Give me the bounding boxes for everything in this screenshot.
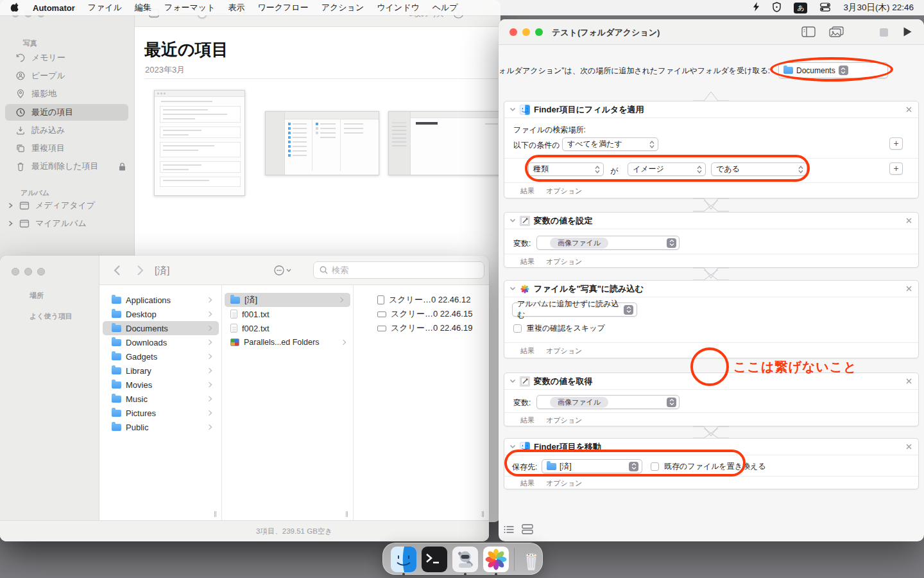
menu-item-file[interactable]: ファイル	[81, 2, 128, 13]
close-button[interactable]	[509, 28, 517, 36]
list-item[interactable]: Desktop	[103, 307, 219, 321]
menu-item-window[interactable]: ウインドウ	[370, 2, 426, 13]
column-resize-handle[interactable]	[346, 511, 348, 517]
list-item[interactable]: Music	[103, 392, 219, 406]
list-item[interactable]: スクリー…0 22.46.15	[368, 307, 489, 321]
run-icon[interactable]	[903, 26, 912, 37]
results-button[interactable]: 結果	[520, 346, 535, 356]
list-item[interactable]: スクリー…0 22.46.19	[368, 321, 489, 335]
clock-icon	[15, 107, 26, 118]
list-item[interactable]: Downloads	[103, 335, 219, 349]
minimize-button[interactable]	[522, 28, 530, 36]
list-item[interactable]: Public	[103, 420, 219, 434]
control-center-icon[interactable]	[814, 2, 837, 14]
list-item[interactable]: Parallels...ed Folders	[225, 335, 350, 349]
menu-item-view[interactable]: 表示	[221, 2, 251, 13]
list-item[interactable]: スクリー…0 22.46.12	[368, 293, 489, 307]
zoom-button[interactable]	[37, 268, 45, 276]
photo-thumbnail[interactable]	[265, 111, 379, 175]
menu-item-workflow[interactable]: ワークフロー	[251, 2, 314, 13]
column-resize-handle[interactable]	[214, 511, 216, 517]
more-options-button[interactable]	[274, 265, 293, 276]
action-block-import-to-photos[interactable]: ファイルを"写真"に読み込む アルバムに追加せずに読み込む 重複の確認をスキップ…	[504, 280, 919, 358]
automator-icon[interactable]	[452, 547, 478, 572]
input-source-badge[interactable]: あ	[787, 3, 814, 13]
results-button[interactable]: 結果	[520, 257, 535, 267]
variable-dropdown[interactable]: 画像ファイル	[536, 395, 680, 409]
variables-view-icon[interactable]	[522, 524, 533, 534]
list-item[interactable]: Applications	[103, 293, 219, 307]
results-button[interactable]: 結果	[520, 416, 535, 425]
list-item-selected[interactable]: Documents	[103, 321, 219, 335]
sidebar-item-places[interactable]: 撮影地	[5, 85, 128, 102]
list-item[interactable]: Movies	[103, 378, 219, 392]
sidebar-item-memories[interactable]: メモリー	[5, 49, 128, 66]
sidebar-toggle-icon[interactable]	[801, 26, 816, 37]
close-icon[interactable]	[906, 286, 912, 292]
list-item-selected[interactable]: [済]	[225, 293, 350, 307]
log-list-icon[interactable]	[504, 525, 514, 534]
disclosure-chevron-icon[interactable]	[509, 286, 516, 291]
zoom-button[interactable]	[535, 28, 543, 36]
list-item[interactable]: Gadgets	[103, 349, 219, 363]
list-item[interactable]: f001.txt	[225, 307, 350, 321]
app-menu[interactable]: Automator	[26, 3, 81, 13]
add-condition-button[interactable]: +	[889, 137, 903, 150]
options-button[interactable]: オプション	[546, 416, 582, 425]
bolt-icon[interactable]	[746, 2, 766, 13]
disclosure-chevron-icon[interactable]	[509, 379, 516, 383]
finder-column-2: [済] f001.txt f002.txt Parallels...ed Fol…	[221, 285, 353, 520]
sidebar-item-media-types[interactable]: メディアタイプ	[5, 197, 128, 214]
terminal-icon[interactable]	[422, 547, 447, 572]
apple-menu[interactable]	[0, 2, 26, 14]
menu-item-format[interactable]: フォーマット	[158, 2, 222, 13]
action-block-set-variable[interactable]: 変数の値を設定 変数: 画像ファイル 結果 オプション	[504, 212, 919, 268]
menu-item-action[interactable]: アクション	[315, 2, 371, 13]
results-button[interactable]: 結果	[520, 186, 535, 196]
sidebar-item-people[interactable]: ピープル	[5, 67, 128, 84]
close-icon[interactable]	[906, 378, 912, 384]
disclosure-chevron-icon[interactable]	[509, 218, 516, 223]
options-button[interactable]: オプション	[546, 257, 582, 267]
search-input[interactable]: 検索	[313, 261, 484, 279]
options-button[interactable]: オプション	[546, 186, 582, 196]
results-button[interactable]: 結果	[520, 478, 535, 488]
photo-thumbnail[interactable]	[154, 90, 245, 196]
disclosure-chevron-icon[interactable]	[509, 444, 516, 449]
close-icon[interactable]	[906, 218, 912, 223]
menu-item-edit[interactable]: 編集	[128, 2, 158, 13]
options-button[interactable]: オプション	[546, 346, 582, 356]
options-button[interactable]: オプション	[546, 478, 582, 488]
action-block-filter-finder-items[interactable]: Finder項目にフィルタを適用 ファイルの検索場所: 以下の条件の すべてを満…	[504, 101, 919, 198]
finder-icon[interactable]	[391, 547, 416, 572]
column-resize-handle[interactable]	[482, 511, 484, 517]
photos-icon[interactable]	[483, 547, 509, 572]
sidebar-item-duplicates[interactable]: 重複項目	[5, 140, 128, 157]
back-button[interactable]	[114, 265, 121, 276]
menu-bar-clock[interactable]: 3月30日(木) 22:46	[837, 2, 924, 13]
import-option-dropdown[interactable]: アルバムに追加せずに読み込む	[512, 302, 637, 317]
skip-duplicates-checkbox[interactable]: 重複の確認をスキップ	[513, 323, 605, 334]
media-browser-icon[interactable]	[829, 26, 844, 37]
checkbox-icon[interactable]	[513, 324, 522, 333]
sidebar-item-recents[interactable]: 最近の項目	[5, 104, 128, 121]
minimize-button[interactable]	[24, 268, 32, 276]
sidebar-item-my-albums[interactable]: マイアルバム	[5, 215, 128, 232]
list-item[interactable]: Library	[103, 363, 219, 378]
forward-button[interactable]	[137, 265, 144, 276]
sidebar-item-imports[interactable]: 読み込み	[5, 122, 128, 139]
list-item[interactable]: f002.txt	[225, 321, 350, 335]
trash-icon[interactable]	[518, 547, 544, 572]
close-icon[interactable]	[906, 107, 912, 112]
list-item[interactable]: Pictures	[103, 406, 219, 420]
sidebar-item-recently-deleted[interactable]: 最近削除した項目	[5, 158, 128, 175]
close-button[interactable]	[12, 268, 19, 276]
close-icon[interactable]	[906, 444, 912, 450]
variable-dropdown[interactable]: 画像ファイル	[536, 236, 680, 250]
match-condition-dropdown[interactable]: すべてを満たす	[562, 137, 658, 151]
disclosure-chevron-icon[interactable]	[509, 107, 516, 112]
photo-thumbnail[interactable]	[388, 111, 501, 175]
menu-item-help[interactable]: ヘルプ	[426, 2, 465, 13]
shield-icon[interactable]	[766, 2, 787, 14]
add-condition-button[interactable]: +	[889, 162, 903, 175]
